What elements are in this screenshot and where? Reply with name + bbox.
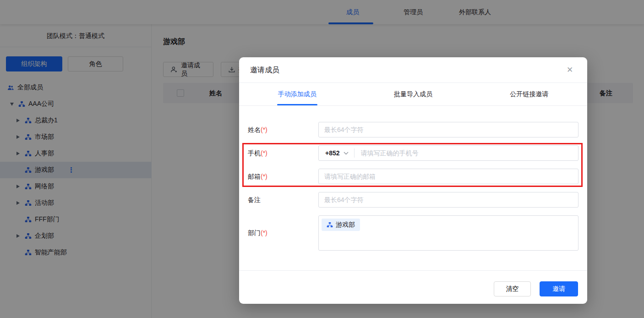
- dialog-title: 邀请成员: [250, 57, 279, 83]
- tab-batch-import[interactable]: 批量导入成员: [355, 83, 471, 105]
- dialog-tabs: 手动添加成员 批量导入成员 公开链接邀请: [239, 83, 587, 106]
- dialog-footer: 清空 邀请: [239, 270, 587, 304]
- dialog-header: 邀请成员 ✕: [239, 57, 587, 83]
- name-input-wrapper: [318, 122, 579, 137]
- department-tag[interactable]: 游戏部: [322, 219, 360, 231]
- required-marker: (*): [261, 126, 267, 133]
- email-input-wrapper: [318, 169, 579, 184]
- remark-field-label: 备注: [248, 192, 317, 208]
- email-field-label: 邮箱(*): [248, 169, 317, 184]
- invite-submit-button[interactable]: 邀请: [540, 281, 578, 296]
- phone-field-label: 手机(*): [248, 145, 317, 161]
- name-input[interactable]: [319, 122, 578, 137]
- email-input[interactable]: [319, 169, 578, 184]
- active-tab-underline: [277, 104, 317, 105]
- required-marker: (*): [261, 149, 267, 157]
- department-tag-label: 游戏部: [336, 221, 355, 229]
- clear-button[interactable]: 清空: [494, 281, 531, 296]
- name-field-label: 姓名(*): [248, 122, 317, 137]
- required-marker: (*): [261, 173, 267, 180]
- country-code-select[interactable]: +852: [319, 146, 354, 160]
- department-picker[interactable]: 游戏部: [318, 215, 579, 251]
- department-field-label: 部门(*): [248, 215, 317, 251]
- org-icon: [327, 222, 333, 228]
- remark-input-wrapper: [318, 192, 579, 208]
- close-icon[interactable]: ✕: [562, 57, 578, 83]
- remark-input[interactable]: [319, 192, 578, 207]
- phone-input[interactable]: [355, 146, 578, 160]
- tab-public-link[interactable]: 公开链接邀请: [471, 83, 587, 105]
- chevron-down-icon: [344, 152, 349, 155]
- country-code-value: +852: [325, 149, 340, 157]
- required-marker: (*): [261, 229, 267, 236]
- page: 成员 管理员 外部联系人 团队模式：普通模式 组织架构 角色 全部成员: [0, 0, 644, 318]
- phone-input-wrapper: +852: [318, 145, 579, 161]
- invite-member-dialog: 邀请成员 ✕ 手动添加成员 批量导入成员 公开链接邀请 姓名(*): [239, 57, 587, 304]
- tab-manual-add[interactable]: 手动添加成员: [239, 83, 355, 105]
